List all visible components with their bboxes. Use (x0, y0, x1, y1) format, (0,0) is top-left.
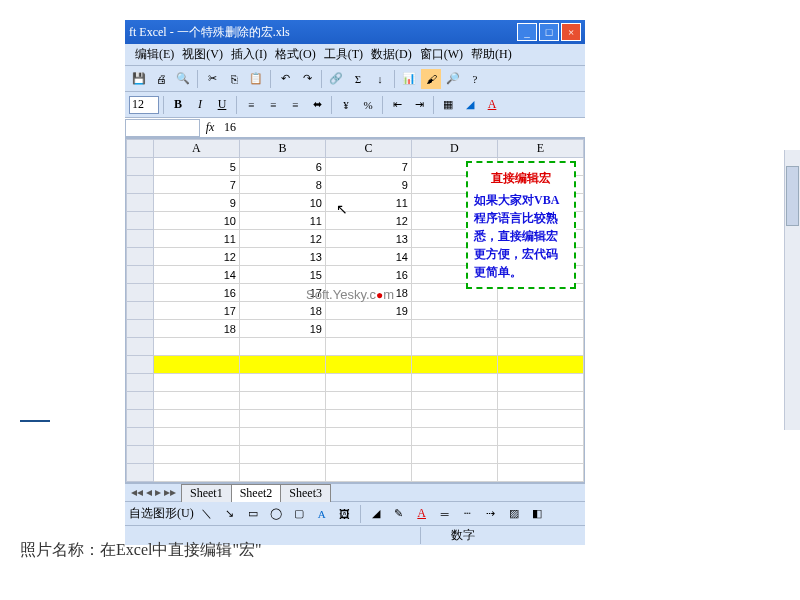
cell[interactable] (497, 302, 583, 320)
cell[interactable] (497, 338, 583, 356)
cell[interactable]: 10 (239, 194, 325, 212)
bold-icon[interactable]: B (168, 95, 188, 115)
cell[interactable]: 7 (153, 176, 239, 194)
cell[interactable]: 6 (239, 158, 325, 176)
italic-icon[interactable]: I (190, 95, 210, 115)
cell[interactable] (411, 356, 497, 374)
cell[interactable] (239, 338, 325, 356)
cell[interactable] (239, 464, 325, 482)
cell[interactable] (497, 320, 583, 338)
merge-icon[interactable]: ⬌ (307, 95, 327, 115)
cell[interactable]: 19 (239, 320, 325, 338)
cell[interactable] (153, 374, 239, 392)
cell[interactable] (325, 338, 411, 356)
cell[interactable] (153, 356, 239, 374)
row-header[interactable] (127, 158, 154, 176)
fillcolor-icon[interactable]: ◢ (460, 95, 480, 115)
paste-icon[interactable]: 📋 (246, 69, 266, 89)
drawing-icon[interactable]: 🖌 (421, 69, 441, 89)
textbox-icon[interactable]: ▢ (289, 504, 309, 524)
line-icon[interactable]: ＼ (197, 504, 217, 524)
cell[interactable]: 8 (239, 176, 325, 194)
minimize-button[interactable]: _ (517, 23, 537, 41)
align-right-icon[interactable]: ≡ (285, 95, 305, 115)
row-header[interactable] (127, 410, 154, 428)
redo-icon[interactable]: ↷ (297, 69, 317, 89)
percent-icon[interactable]: % (358, 95, 378, 115)
cell[interactable]: 16 (153, 284, 239, 302)
row-header[interactable] (127, 212, 154, 230)
cell[interactable] (325, 320, 411, 338)
row-header[interactable] (127, 428, 154, 446)
cell[interactable]: 11 (153, 230, 239, 248)
vertical-scrollbar[interactable] (784, 150, 800, 430)
cell[interactable] (239, 446, 325, 464)
cut-icon[interactable]: ✂ (202, 69, 222, 89)
cell[interactable]: 17 (153, 302, 239, 320)
cell[interactable]: 7 (325, 158, 411, 176)
cell[interactable] (411, 302, 497, 320)
row-header[interactable] (127, 284, 154, 302)
cell[interactable] (411, 392, 497, 410)
cell[interactable]: 16 (325, 266, 411, 284)
arrow-icon[interactable]: ↘ (220, 504, 240, 524)
cell[interactable] (153, 446, 239, 464)
cell[interactable] (497, 356, 583, 374)
cell[interactable] (497, 446, 583, 464)
oval-icon[interactable]: ◯ (266, 504, 286, 524)
copy-icon[interactable]: ⎘ (224, 69, 244, 89)
row-header[interactable] (127, 176, 154, 194)
fillcolor2-icon[interactable]: ◢ (366, 504, 386, 524)
cell[interactable] (239, 392, 325, 410)
row-header[interactable] (127, 374, 154, 392)
hyperlink-icon[interactable]: 🔗 (326, 69, 346, 89)
sort-icon[interactable]: ↓ (370, 69, 390, 89)
maximize-button[interactable]: □ (539, 23, 559, 41)
dashstyle-icon[interactable]: ┄ (458, 504, 478, 524)
cell[interactable] (497, 428, 583, 446)
menu-window[interactable]: 窗口(W) (416, 44, 467, 65)
cell[interactable] (325, 428, 411, 446)
cell[interactable]: 11 (239, 212, 325, 230)
menu-insert[interactable]: 插入(I) (227, 44, 271, 65)
col-header[interactable]: A (153, 140, 239, 158)
cell[interactable] (411, 410, 497, 428)
currency-icon[interactable]: ¥ (336, 95, 356, 115)
clipart-icon[interactable]: 🖼 (335, 504, 355, 524)
cell[interactable] (497, 464, 583, 482)
menu-data[interactable]: 数据(D) (367, 44, 416, 65)
cell[interactable] (325, 446, 411, 464)
menu-help[interactable]: 帮助(H) (467, 44, 516, 65)
cell[interactable]: 18 (153, 320, 239, 338)
col-header[interactable]: D (411, 140, 497, 158)
select-all-corner[interactable] (127, 140, 154, 158)
row-header[interactable] (127, 248, 154, 266)
cell[interactable]: 13 (239, 248, 325, 266)
cell[interactable]: 12 (153, 248, 239, 266)
cell[interactable] (325, 374, 411, 392)
cell[interactable]: 12 (239, 230, 325, 248)
arrowstyle-icon[interactable]: ⇢ (481, 504, 501, 524)
rect-icon[interactable]: ▭ (243, 504, 263, 524)
cell[interactable] (153, 464, 239, 482)
3d-icon[interactable]: ◧ (527, 504, 547, 524)
tab-nav-icons[interactable]: ◂◂ ◂ ▸ ▸▸ (125, 485, 182, 500)
fx-icon[interactable]: fx (200, 120, 220, 135)
row-header[interactable] (127, 392, 154, 410)
row-header[interactable] (127, 194, 154, 212)
autosum-icon[interactable]: Σ (348, 69, 368, 89)
linecolor-icon[interactable]: ✎ (389, 504, 409, 524)
row-header[interactable] (127, 446, 154, 464)
row-header[interactable] (127, 230, 154, 248)
cell[interactable]: 13 (325, 230, 411, 248)
zoom-icon[interactable]: 🔎 (443, 69, 463, 89)
cell[interactable] (497, 392, 583, 410)
cell[interactable]: 9 (325, 176, 411, 194)
name-box[interactable] (125, 119, 200, 137)
menu-format[interactable]: 格式(O) (271, 44, 320, 65)
cell[interactable] (239, 356, 325, 374)
cell[interactable] (411, 464, 497, 482)
fontsize-input[interactable] (129, 96, 159, 114)
cell[interactable]: 5 (153, 158, 239, 176)
cell[interactable]: 10 (153, 212, 239, 230)
